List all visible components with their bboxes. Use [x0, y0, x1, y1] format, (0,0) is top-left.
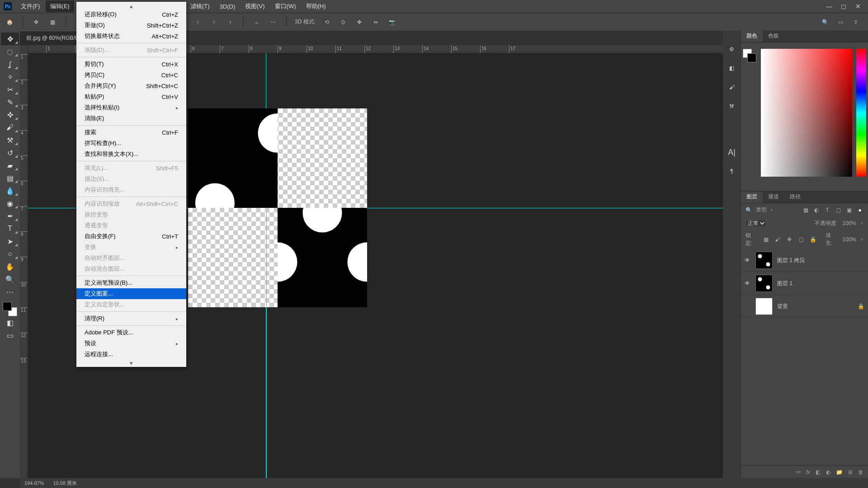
- blend-mode-select[interactable]: 正常: [745, 219, 766, 227]
- crop-tool[interactable]: ✂: [1, 83, 19, 96]
- layer-row[interactable]: 👁图层 1 拷贝: [741, 249, 868, 272]
- menu-view[interactable]: 视图(V): [241, 0, 269, 12]
- 3d-pan-icon[interactable]: ✥: [354, 17, 364, 27]
- fg-color-swatch[interactable]: [3, 302, 12, 311]
- character-icon[interactable]: A|: [727, 147, 737, 157]
- 3d-orbit-icon[interactable]: ⟲: [322, 17, 332, 27]
- 3d-camera-icon[interactable]: 📷: [387, 17, 397, 27]
- lock-all-icon[interactable]: 🔒: [809, 236, 816, 243]
- vertical-ruler[interactable]: 12345678910111213: [20, 45, 28, 478]
- link-layers-icon[interactable]: ⚯: [796, 469, 801, 475]
- tab-paths[interactable]: 路径: [784, 191, 806, 203]
- tab-layers[interactable]: 图层: [741, 191, 763, 203]
- blur-tool[interactable]: 💧: [1, 184, 19, 197]
- type-tool[interactable]: T: [1, 222, 19, 235]
- fill-value[interactable]: 100%: [842, 236, 856, 243]
- layer-thumbnail[interactable]: [755, 275, 773, 292]
- distribute-bottom-icon[interactable]: ⟊: [225, 17, 235, 27]
- layer-mask-icon[interactable]: ◧: [816, 469, 821, 475]
- menu-edit[interactable]: 编辑(E): [46, 0, 74, 12]
- menu-item[interactable]: 合并拷贝(Y)Shift+Ctrl+C: [76, 80, 186, 91]
- opacity-value[interactable]: 100%: [842, 220, 856, 226]
- filter-pixel-icon[interactable]: ▦: [802, 206, 809, 214]
- document-info[interactable]: 10.58 厘米: [53, 480, 77, 487]
- minimize-button[interactable]: —: [825, 2, 834, 11]
- tab-channels[interactable]: 通道: [763, 191, 784, 203]
- edit-toolbar[interactable]: ⋯: [1, 286, 19, 298]
- dodge-tool[interactable]: ◉: [1, 197, 19, 210]
- filter-smart-icon[interactable]: ▣: [845, 206, 853, 214]
- menu-help[interactable]: 帮助(H): [302, 0, 330, 12]
- color-field[interactable]: [761, 49, 852, 177]
- home-icon[interactable]: 🏠: [5, 17, 14, 27]
- eraser-tool[interactable]: ▰: [1, 159, 19, 172]
- maximize-button[interactable]: ◻: [839, 2, 848, 11]
- move-tool[interactable]: ✥: [1, 33, 19, 45]
- shape-tool[interactable]: ○: [1, 248, 19, 260]
- menu-item[interactable]: 剪切(T)Ctrl+X: [76, 59, 186, 70]
- clone-stamp-tool[interactable]: ⚒: [1, 134, 19, 146]
- layer-fx-icon[interactable]: fx: [806, 469, 810, 475]
- panel-bg-swatch[interactable]: [747, 53, 756, 62]
- layer-name[interactable]: 背景: [777, 303, 788, 310]
- visibility-toggle[interactable]: 👁: [745, 257, 751, 263]
- menu-window[interactable]: 窗口(W): [270, 0, 301, 12]
- layer-name[interactable]: 图层 1: [777, 280, 793, 287]
- delete-layer-icon[interactable]: 🗑: [858, 469, 863, 475]
- magic-wand-tool[interactable]: ✧: [1, 70, 19, 83]
- menu-item[interactable]: 远程连接...: [76, 349, 186, 360]
- paragraph-icon[interactable]: ¶: [727, 166, 737, 176]
- menu-item[interactable]: 搜索Ctrl+F: [76, 127, 186, 138]
- guide-vertical-2[interactable]: [266, 211, 267, 478]
- menu-item[interactable]: 查找和替换文本(X)...: [76, 149, 186, 160]
- filter-toggle-icon[interactable]: ●: [856, 206, 863, 214]
- layer-thumbnail[interactable]: [755, 298, 773, 315]
- menu-item[interactable]: 拷贝(C)Ctrl+C: [76, 70, 186, 80]
- lock-artboard-icon[interactable]: ▢: [797, 236, 805, 243]
- adjustment-layer-icon[interactable]: ◐: [826, 469, 830, 475]
- menu-item[interactable]: 选择性粘贴(I)▸: [76, 102, 186, 113]
- workspace-icon[interactable]: ▭: [835, 17, 845, 27]
- search-icon[interactable]: 🔍: [820, 17, 830, 27]
- menu-item[interactable]: 拼写检查(H)...: [76, 138, 186, 149]
- visibility-toggle[interactable]: 👁: [745, 280, 751, 286]
- menu-3d[interactable]: 3D(D): [215, 1, 240, 12]
- zoom-level[interactable]: 194.87%: [24, 480, 44, 486]
- menu-file[interactable]: 文件(F): [16, 0, 45, 12]
- zoom-tool[interactable]: 🔍: [1, 273, 19, 286]
- styles-icon[interactable]: ◧: [727, 63, 737, 73]
- menu-scroll-down-icon[interactable]: ▾: [76, 360, 186, 366]
- menu-item[interactable]: Adobe PDF 预设...: [76, 327, 186, 338]
- document-canvas[interactable]: [188, 108, 367, 307]
- filter-adjust-icon[interactable]: ◐: [813, 206, 820, 214]
- menu-item[interactable]: 粘贴(P)Ctrl+V: [76, 91, 186, 102]
- close-button[interactable]: ✕: [854, 2, 863, 11]
- new-layer-icon[interactable]: ⊞: [848, 469, 853, 475]
- move-tool-icon[interactable]: ✥: [31, 17, 41, 27]
- layer-name[interactable]: 图层 1 拷贝: [777, 257, 805, 264]
- menu-item[interactable]: 清理(R)▸: [76, 313, 186, 324]
- tab-color[interactable]: 颜色: [741, 30, 763, 42]
- lock-pixels-icon[interactable]: ▦: [762, 236, 769, 243]
- menu-item[interactable]: 自由变换(F)Ctrl+T: [76, 231, 186, 242]
- eyedropper-tool[interactable]: ✎: [1, 96, 19, 108]
- menu-item[interactable]: 定义图案...: [76, 288, 186, 299]
- quick-mask-toggle[interactable]: ◧: [1, 316, 19, 329]
- brushes-icon[interactable]: 🖌: [727, 82, 737, 92]
- history-brush-tool[interactable]: ↺: [1, 146, 19, 159]
- gradient-tool[interactable]: ▤: [1, 172, 19, 184]
- lock-position-icon[interactable]: ✥: [786, 236, 793, 243]
- lasso-tool[interactable]: ʆ: [1, 58, 19, 70]
- color-swatches[interactable]: [3, 302, 17, 316]
- path-selection-tool[interactable]: ➤: [1, 235, 19, 248]
- group-layers-icon[interactable]: 📁: [836, 469, 843, 475]
- filter-type-icon[interactable]: T: [824, 206, 831, 214]
- distribute-top-icon[interactable]: ⟊: [193, 17, 203, 27]
- 3d-slide-icon[interactable]: ⇔: [371, 17, 381, 27]
- hand-tool[interactable]: ✋: [1, 260, 19, 273]
- distribute-spacing-icon[interactable]: ⫠: [252, 17, 262, 27]
- brush-settings-icon[interactable]: ⚒: [727, 101, 737, 111]
- menu-item[interactable]: 清除(E): [76, 113, 186, 124]
- more-options-icon[interactable]: ⋯: [268, 17, 278, 27]
- healing-brush-tool[interactable]: ✜: [1, 108, 19, 121]
